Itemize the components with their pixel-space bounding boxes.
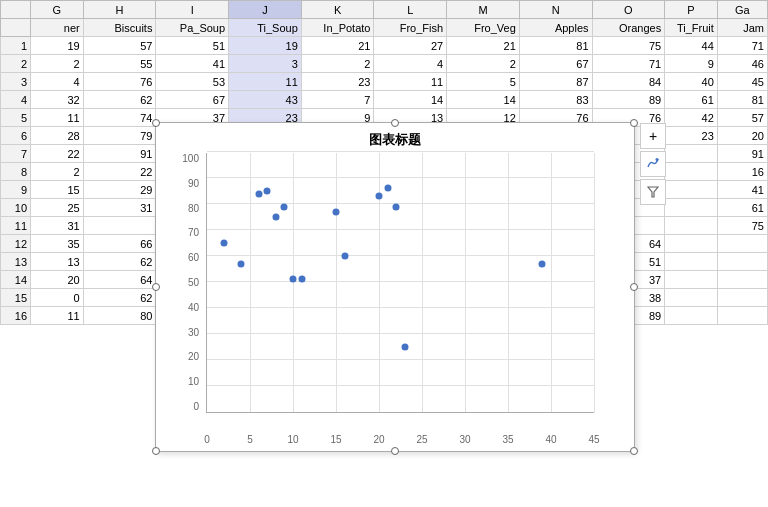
cell[interactable]: 35 [31,235,84,253]
cell[interactable]: 62 [83,289,156,307]
cell[interactable]: 67 [519,55,592,73]
cell[interactable]: 75 [592,37,665,55]
col-header-g[interactable]: G [31,1,84,19]
col-header-j[interactable]: J [229,1,302,19]
cell[interactable]: 28 [31,127,84,145]
cell[interactable]: 11 [374,73,447,91]
col-header-k[interactable]: K [301,1,374,19]
cell[interactable]: 74 [83,109,156,127]
chart-container[interactable]: 图表标题 0102030405060708090100 051015202530… [155,122,635,452]
cell[interactable]: 45 [717,73,767,91]
cell[interactable]: 81 [717,91,767,109]
cell[interactable] [717,307,767,325]
cell[interactable]: 66 [83,235,156,253]
cell[interactable]: 51 [156,37,229,55]
cell[interactable]: 29 [83,181,156,199]
col-header-l[interactable]: L [374,1,447,19]
cell[interactable]: 76 [83,73,156,91]
cell[interactable]: 55 [83,55,156,73]
handle-tr[interactable] [630,119,638,127]
cell[interactable]: 4 [31,73,84,91]
cell[interactable]: 23 [301,73,374,91]
cell[interactable] [665,307,718,325]
cell[interactable] [717,253,767,271]
handle-ml[interactable] [152,283,160,291]
cell[interactable] [83,217,156,235]
cell[interactable] [665,163,718,181]
cell[interactable]: 15 [31,181,84,199]
col-header-q[interactable]: Ga [717,1,767,19]
col-header-h[interactable]: H [83,1,156,19]
cell[interactable]: 13 [31,253,84,271]
cell[interactable]: 19 [229,37,302,55]
cell[interactable]: 91 [83,145,156,163]
cell[interactable]: 2 [447,55,520,73]
col-header-m[interactable]: M [447,1,520,19]
cell[interactable]: 44 [665,37,718,55]
handle-bm[interactable] [391,447,399,455]
cell[interactable]: 40 [665,73,718,91]
cell[interactable]: 16 [717,163,767,181]
cell[interactable]: 31 [83,199,156,217]
cell[interactable]: 81 [519,37,592,55]
cell[interactable] [717,271,767,289]
cell[interactable]: 4 [374,55,447,73]
cell[interactable]: 22 [83,163,156,181]
cell[interactable]: 80 [83,307,156,325]
cell[interactable]: 42 [665,109,718,127]
cell[interactable]: 53 [156,73,229,91]
cell[interactable] [665,289,718,307]
cell[interactable]: 14 [374,91,447,109]
cell[interactable]: 89 [592,91,665,109]
cell[interactable]: 32 [31,91,84,109]
col-header-p[interactable]: P [665,1,718,19]
cell[interactable] [665,253,718,271]
cell[interactable]: 75 [717,217,767,235]
col-header-n[interactable]: N [519,1,592,19]
cell[interactable]: 67 [156,91,229,109]
cell[interactable]: 79 [83,127,156,145]
cell[interactable]: 41 [156,55,229,73]
cell[interactable]: 64 [83,271,156,289]
cell[interactable]: 7 [301,91,374,109]
cell[interactable]: 22 [31,145,84,163]
add-element-button[interactable]: + [640,123,666,149]
cell[interactable]: 2 [301,55,374,73]
cell[interactable]: 21 [301,37,374,55]
handle-br[interactable] [630,447,638,455]
cell[interactable]: 20 [717,127,767,145]
cell[interactable]: 2 [31,163,84,181]
cell[interactable]: 62 [83,253,156,271]
cell[interactable]: 41 [717,181,767,199]
cell[interactable]: 83 [519,91,592,109]
cell[interactable]: 19 [31,37,84,55]
cell[interactable]: 11 [31,109,84,127]
cell[interactable]: 71 [717,37,767,55]
col-header-i[interactable]: I [156,1,229,19]
handle-mr[interactable] [630,283,638,291]
cell[interactable]: 57 [717,109,767,127]
handle-tm[interactable] [391,119,399,127]
cell[interactable]: 11 [31,307,84,325]
cell[interactable]: 3 [229,55,302,73]
handle-bl[interactable] [152,447,160,455]
cell[interactable]: 61 [717,199,767,217]
cell[interactable] [717,289,767,307]
handle-tl[interactable] [152,119,160,127]
cell[interactable]: 0 [31,289,84,307]
cell[interactable]: 84 [592,73,665,91]
cell[interactable]: 14 [447,91,520,109]
cell[interactable]: 25 [31,199,84,217]
cell[interactable] [665,181,718,199]
cell[interactable]: 21 [447,37,520,55]
cell[interactable]: 23 [665,127,718,145]
cell[interactable]: 11 [229,73,302,91]
cell[interactable] [665,217,718,235]
cell[interactable]: 43 [229,91,302,109]
cell[interactable]: 2 [31,55,84,73]
cell[interactable]: 62 [83,91,156,109]
cell[interactable]: 27 [374,37,447,55]
cell[interactable] [665,235,718,253]
cell[interactable] [717,235,767,253]
cell[interactable]: 9 [665,55,718,73]
